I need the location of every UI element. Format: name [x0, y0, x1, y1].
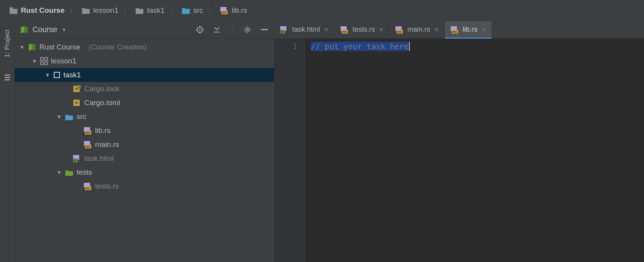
expand-icon[interactable]: ▼ — [56, 169, 62, 175]
expand-icon[interactable]: ▼ — [45, 72, 50, 78]
svg-rect-12 — [41, 58, 43, 60]
breadcrumb-label: Rust Course — [21, 6, 65, 15]
tab-lib-rs[interactable]: RS lib.rs ✕ — [445, 21, 492, 38]
svg-rect-13 — [45, 58, 48, 60]
project-panel: Course ▼ ▼ Rust Course (Course Creation)… — [15, 21, 274, 262]
hide-icon[interactable] — [260, 26, 269, 34]
tab-label: task.html — [292, 26, 320, 34]
tab-label: lib.rs — [463, 26, 477, 34]
caret — [409, 42, 410, 51]
line-number: 1 — [274, 42, 297, 51]
breadcrumb-label: task1 — [147, 6, 164, 15]
tab-label: main.rs — [407, 26, 430, 34]
tree-item-tests[interactable]: ▼ tests — [15, 165, 274, 179]
course-icon — [28, 43, 36, 51]
svg-rect-15 — [45, 62, 48, 65]
tree-item-main-rs[interactable]: RS main.rs — [15, 138, 274, 151]
task-icon — [53, 71, 60, 78]
tree-item-tests-rs[interactable]: RS tests.rs — [15, 179, 274, 193]
editor-gutter: 1 — [274, 39, 305, 262]
rust-file-icon: RS — [395, 26, 404, 34]
svg-text:H: H — [74, 159, 76, 162]
project-panel-title[interactable]: Course ▼ — [20, 25, 192, 34]
rust-file-icon: RS — [83, 127, 92, 134]
tree-suffix: (Course Creation) — [89, 43, 147, 51]
close-icon[interactable]: ✕ — [434, 26, 439, 33]
folder-icon — [9, 7, 18, 14]
tree-label: task.html — [84, 154, 114, 163]
svg-text:H: H — [281, 30, 283, 34]
course-icon — [20, 26, 29, 34]
rust-file-icon: RS — [450, 26, 459, 34]
expand-all-icon[interactable] — [213, 26, 221, 34]
tree-item-task-html[interactable]: H task.html — [15, 151, 274, 165]
breadcrumb-item-lesson1[interactable]: lesson1 — [79, 5, 121, 16]
tree-label: Cargo.toml — [84, 99, 120, 107]
chevron-right-icon: 〉 — [169, 5, 177, 15]
tree-label: lesson1 — [51, 57, 77, 65]
close-icon[interactable]: ✕ — [324, 26, 329, 33]
breadcrumb-label: lib.rs — [232, 6, 247, 15]
rust-file-icon: RS — [83, 182, 92, 190]
svg-point-21 — [75, 101, 78, 104]
tree-label: lib.rs — [95, 126, 111, 135]
tree-item-task1[interactable]: ▼ task1 — [15, 68, 274, 82]
svg-text:RS: RS — [397, 30, 402, 34]
tree-item-cargo-toml[interactable]: Cargo.toml — [15, 96, 274, 110]
project-tool-window-button[interactable]: 1: Project — [4, 25, 11, 62]
code-text: // put your task here — [311, 42, 409, 51]
tree-item-cargo-lock[interactable]: Cargo.lock — [15, 82, 274, 96]
module-icon — [40, 57, 48, 65]
html-file-icon: H — [280, 26, 288, 34]
tree-item-root[interactable]: ▼ Rust Course (Course Creation) — [15, 40, 274, 54]
tree-label: Cargo.lock — [84, 85, 119, 93]
chevron-right-icon: 〉 — [208, 5, 215, 15]
svg-text:RS: RS — [222, 11, 227, 14]
tree-label: Rust Course — [39, 43, 80, 51]
editor-body: 1 // put your task here — [274, 39, 644, 262]
tab-task-html[interactable]: H task.html ✕ — [274, 21, 335, 38]
rust-file-icon: RS — [220, 7, 228, 14]
tree-label: main.rs — [95, 140, 119, 149]
svg-rect-9 — [214, 32, 220, 32]
tree-item-lesson1[interactable]: ▼ lesson1 — [15, 54, 274, 68]
gear-icon[interactable] — [243, 26, 252, 34]
bookmarks-tool-button[interactable] — [4, 74, 11, 81]
tab-tests-rs[interactable]: RS tests.rs ✕ — [335, 21, 390, 38]
breadcrumb-label: lesson1 — [93, 6, 119, 15]
project-tree[interactable]: ▼ Rust Course (Course Creation) ▼ lesson… — [15, 39, 274, 262]
close-icon[interactable]: ✕ — [481, 26, 486, 33]
chevron-right-icon: 〉 — [123, 5, 131, 15]
svg-text:RS: RS — [342, 30, 347, 34]
html-file-icon: H — [73, 155, 81, 162]
svg-rect-11 — [261, 29, 268, 30]
breadcrumb-item-task1[interactable]: task1 — [133, 5, 167, 16]
expand-icon[interactable]: ▼ — [19, 44, 25, 50]
breadcrumb-label: src — [193, 6, 203, 15]
close-icon[interactable]: ✕ — [379, 26, 384, 33]
tab-main-rs[interactable]: RS main.rs ✕ — [390, 21, 445, 38]
locate-icon[interactable] — [196, 26, 204, 34]
tree-label: src — [77, 112, 86, 121]
folder-icon — [135, 7, 144, 14]
expand-icon[interactable]: ▼ — [32, 58, 37, 64]
tree-item-lib-rs[interactable]: RS lib.rs — [15, 124, 274, 138]
breadcrumb-item-src[interactable]: src — [179, 5, 205, 16]
rust-file-icon: RS — [83, 141, 92, 148]
breadcrumb-item-file[interactable]: RS lib.rs — [218, 5, 249, 16]
editor-area: H task.html ✕ RS tests.rs ✕ RS main.rs ✕… — [274, 21, 644, 262]
project-panel-header: Course ▼ — [15, 21, 274, 39]
tree-label: tests — [77, 168, 92, 177]
svg-point-4 — [199, 29, 201, 31]
chevron-down-icon: ▼ — [61, 27, 66, 33]
expand-icon[interactable]: ▼ — [56, 114, 62, 120]
chevron-right-icon: 〉 — [69, 5, 77, 15]
svg-text:RS: RS — [453, 30, 457, 34]
tree-item-src[interactable]: ▼ src — [15, 110, 274, 124]
svg-rect-16 — [54, 72, 60, 78]
svg-rect-14 — [41, 62, 43, 65]
editor-code[interactable]: // put your task here — [305, 39, 644, 262]
breadcrumb-item-root[interactable]: Rust Course — [7, 5, 67, 16]
folder-icon — [65, 169, 73, 176]
tree-label: tests.rs — [95, 182, 119, 191]
